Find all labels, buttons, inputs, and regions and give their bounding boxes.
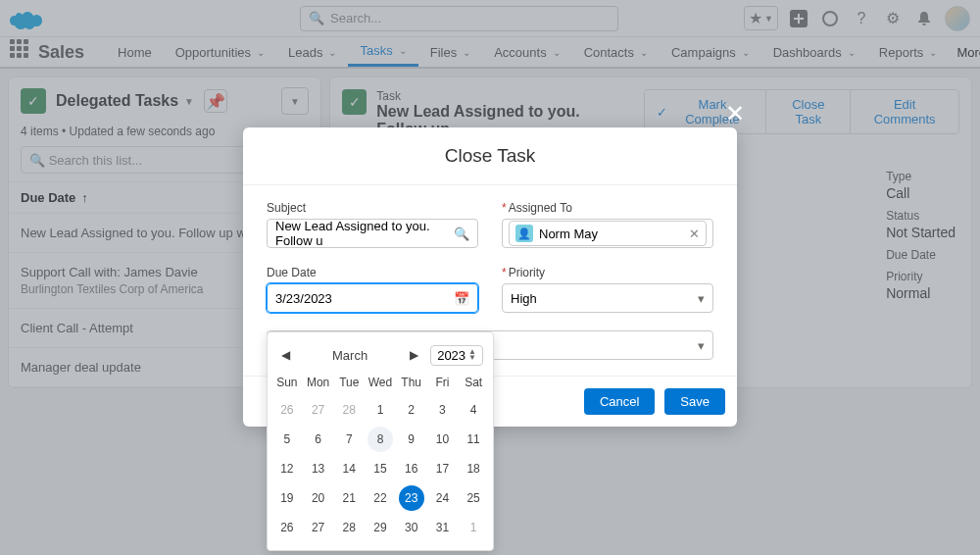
save-button[interactable]: Save [664, 388, 725, 415]
lookup-icon[interactable]: 🔍 [454, 227, 469, 241]
subject-label: Subject [267, 201, 478, 215]
calendar-day[interactable]: 27 [306, 397, 331, 423]
datepicker-popover: ◀ March ▶ 2023 ▲▼ SunMonTueWedThuFriSat2… [267, 331, 494, 551]
calendar-day[interactable]: 31 [429, 515, 455, 540]
calendar-day[interactable]: 8 [368, 427, 393, 452]
calendar-day[interactable]: 3 [429, 397, 455, 423]
assigned-pill-label: Norm May [539, 227, 598, 241]
calendar-day[interactable]: 26 [274, 397, 300, 423]
calendar-day[interactable]: 28 [336, 397, 362, 423]
subject-input[interactable]: New Lead Assigned to you. Follow u 🔍 [267, 219, 478, 248]
next-month-icon[interactable]: ▶ [406, 344, 422, 366]
calendar-day[interactable]: 26 [274, 515, 300, 540]
calendar-day[interactable]: 9 [399, 427, 424, 452]
modal-title: Close Task [243, 127, 737, 185]
calendar-day[interactable]: 1 [368, 397, 393, 423]
due-date-label-modal: Due Date [267, 266, 478, 279]
calendar-day[interactable]: 22 [368, 485, 393, 511]
calendar-day[interactable]: 11 [461, 427, 486, 452]
calendar-day[interactable]: 29 [368, 515, 393, 540]
year-stepper[interactable]: 2023 ▲▼ [430, 345, 483, 366]
chevron-down-icon: ▾ [698, 338, 705, 353]
prev-month-icon[interactable]: ◀ [277, 344, 294, 366]
calendar-day[interactable]: 30 [399, 515, 424, 540]
calendar-day[interactable]: 16 [399, 456, 424, 481]
calendar-day[interactable]: 7 [336, 427, 362, 452]
assigned-to-label: Assigned To [502, 201, 713, 215]
cancel-button[interactable]: Cancel [584, 388, 655, 415]
calendar-day[interactable]: 24 [429, 485, 455, 511]
calendar-day[interactable]: 17 [429, 456, 455, 481]
calendar-day[interactable]: 4 [461, 397, 486, 423]
calendar-day[interactable]: 6 [306, 427, 331, 452]
calendar-day[interactable]: 19 [274, 485, 300, 511]
calendar-day[interactable]: 18 [461, 456, 486, 481]
assigned-to-input[interactable]: 👤 Norm May ✕ [502, 219, 713, 248]
calendar-day[interactable]: 23 [399, 485, 424, 511]
calendar-day[interactable]: 1 [461, 515, 486, 540]
calendar-day[interactable]: 5 [274, 427, 300, 452]
calendar-day[interactable]: 27 [306, 515, 331, 540]
dow-label: Mon [303, 370, 334, 395]
dow-label: Sun [271, 370, 303, 395]
calendar-day[interactable]: 25 [461, 485, 486, 511]
calendar-icon[interactable]: 📅 [454, 291, 469, 306]
dow-label: Thu [396, 370, 427, 395]
priority-select[interactable]: High ▾ [502, 283, 713, 313]
calendar-day[interactable]: 2 [399, 397, 424, 423]
close-icon[interactable]: ✕ [725, 100, 745, 127]
priority-label-modal: Priority [502, 266, 713, 279]
calendar-day[interactable]: 13 [306, 456, 331, 481]
calendar-day[interactable]: 21 [336, 485, 362, 511]
remove-pill-icon[interactable]: ✕ [689, 227, 700, 241]
dow-label: Wed [365, 370, 396, 395]
month-label: March [302, 348, 398, 363]
calendar-day[interactable]: 20 [306, 485, 331, 511]
calendar-day[interactable]: 10 [429, 427, 455, 452]
calendar-day[interactable]: 15 [368, 456, 393, 481]
person-icon: 👤 [515, 225, 533, 242]
calendar-day[interactable]: 14 [336, 456, 362, 481]
chevron-down-icon: ▾ [698, 291, 705, 306]
dow-label: Sat [458, 370, 489, 395]
calendar-day[interactable]: 28 [336, 515, 362, 540]
dow-label: Tue [333, 370, 365, 395]
dow-label: Fri [427, 370, 459, 395]
due-date-input[interactable]: 3/23/2023 📅 [267, 283, 478, 313]
calendar-day[interactable]: 12 [274, 456, 300, 481]
